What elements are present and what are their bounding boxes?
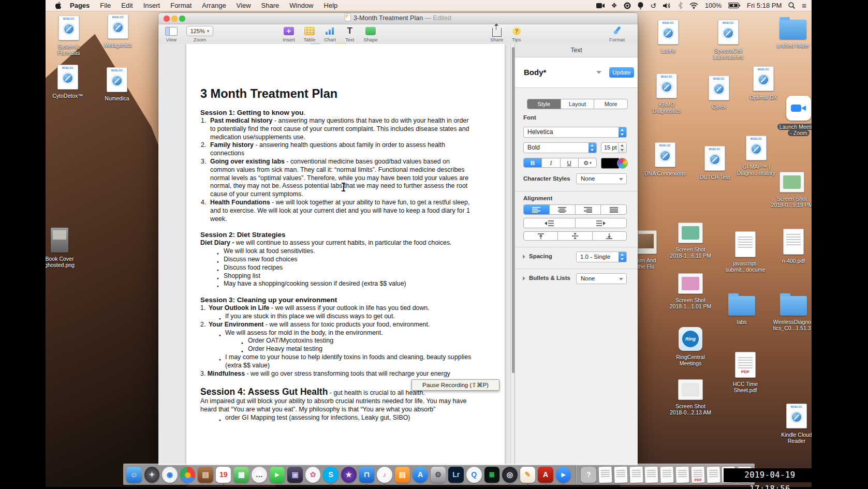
desktop-icon-numedica[interactable]: WEBLOCNumedica <box>92 67 142 102</box>
time-machine-icon[interactable]: ↺ <box>650 0 656 11</box>
desktop-icon-javascript-[interactable]: javascript-submit...docume <box>720 231 770 273</box>
desktop-icon-dna-connexions[interactable]: WEBLOCDNA Connexions <box>640 142 690 177</box>
desktop-icon-n-400-pdf[interactable]: n-400.pdf <box>769 229 812 264</box>
desktop-icon-spectracell[interactable]: WEBLOCSpectraCellLaboratories <box>703 20 753 60</box>
spacing-select[interactable]: 1.0 - Single <box>576 251 627 262</box>
bullets-disclosure-icon[interactable] <box>523 276 525 280</box>
insert-button[interactable]: + Insert <box>283 26 295 42</box>
balloon-icon[interactable] <box>638 0 643 11</box>
align-center-button[interactable] <box>550 205 576 214</box>
desktop-icon-cyrex[interactable]: WEBLOCCyrex <box>694 76 744 110</box>
dock-chrome[interactable]: ◉ <box>180 467 196 483</box>
menu-item-arrange[interactable]: Arrange <box>197 2 231 9</box>
dock-acrobat[interactable]: A <box>538 467 553 483</box>
align-middle-button[interactable] <box>558 232 592 240</box>
italic-button[interactable]: I <box>542 158 560 167</box>
desktop-icon-cytodetox-[interactable]: WEBLOCCytoDetox™ <box>46 65 93 99</box>
dock-imovie[interactable]: ★ <box>341 467 357 483</box>
creative-cloud-icon[interactable] <box>624 0 631 11</box>
table-button[interactable]: Table <box>304 26 316 42</box>
dock-itunes[interactable]: ♪ <box>377 467 392 483</box>
dock-keynote[interactable]: ⊓ <box>359 467 375 483</box>
menu-item-file[interactable]: File <box>95 2 116 9</box>
dock-document-stack-3[interactable] <box>629 466 643 483</box>
wifi-icon[interactable] <box>689 0 698 11</box>
dock-zoom-app[interactable]: ► <box>556 467 571 483</box>
shape-button[interactable]: Shape <box>363 26 377 42</box>
desktop-icon-dutch-test[interactable]: WEBLOCDUTCH Test <box>690 146 740 181</box>
share-button[interactable]: Share <box>490 26 503 42</box>
desktop-icon-labs[interactable]: labs <box>717 296 767 325</box>
scrollbar-thumb[interactable] <box>512 47 514 373</box>
desktop-icon-screen-shot[interactable]: Screen Shot2018-1...1.01 PM <box>666 273 715 309</box>
menu-item-insert[interactable]: Insert <box>138 2 166 9</box>
font-weight-stepper[interactable] <box>589 143 596 153</box>
font-family-select[interactable]: Helvetica <box>523 127 627 138</box>
dropbox-icon[interactable]: ❖ <box>611 0 617 11</box>
menu-item-view[interactable]: View <box>231 2 256 9</box>
tab-style[interactable]: Style <box>527 99 561 109</box>
zoom-camera-icon[interactable] <box>596 0 605 11</box>
view-button[interactable]: View <box>165 26 178 42</box>
desktop-icon-screen-shot[interactable]: Screen Shot2018-0...2.13 AM <box>666 379 715 416</box>
chart-button[interactable]: Chart <box>324 26 336 42</box>
document-page[interactable]: 3 Month Treatment PlanSession 1: Getting… <box>186 44 505 465</box>
dock-pages[interactable]: ✎ <box>520 467 536 483</box>
align-right-button[interactable] <box>576 205 601 214</box>
spacing-disclosure-icon[interactable] <box>523 255 525 259</box>
dock-finder[interactable]: ☺ <box>126 467 142 483</box>
menu-clock[interactable]: Fri 5:18 PM <box>747 2 782 9</box>
dock-app-store[interactable]: A <box>413 467 428 483</box>
dock-launchpad[interactable]: ✦ <box>144 467 160 483</box>
underline-button[interactable]: U <box>561 158 579 167</box>
align-top-button[interactable] <box>524 232 558 240</box>
dock-document-stack-7[interactable] <box>707 466 720 483</box>
bullets-dropdown[interactable]: None <box>576 273 627 284</box>
desktop-icon-kindle-cloud[interactable]: WEBLOCKindle CloudReader <box>772 404 812 444</box>
bold-button[interactable]: B <box>524 158 542 167</box>
desktop-icon-systemic[interactable]: WEBLOCSystemicFormulas <box>46 16 94 56</box>
spotlight-icon[interactable] <box>788 0 795 11</box>
menu-item-edit[interactable]: Edit <box>116 2 138 9</box>
dock-calendar[interactable]: 19 <box>216 467 231 483</box>
desktop-icon-launch-meeting[interactable]: Launch Meeting- Zoom <box>774 96 812 136</box>
dock-skype[interactable]: S <box>323 467 339 483</box>
desktop-icon-labrix[interactable]: WEBLOCLabrix <box>643 20 693 54</box>
decrease-indent-button[interactable] <box>524 218 576 228</box>
desktop-icon-book-cover[interactable]: Book Coverghosted.png <box>46 228 84 268</box>
text-button[interactable]: T Text <box>345 26 355 42</box>
dock-messages[interactable]: … <box>252 467 267 483</box>
font-family-stepper[interactable] <box>619 127 626 137</box>
align-left-button[interactable] <box>524 205 550 214</box>
notification-center-icon[interactable]: ≡ <box>802 0 806 11</box>
menu-item-window[interactable]: Window <box>284 2 318 9</box>
dock-lightroom[interactable]: Lr <box>448 467 464 483</box>
menu-item-format[interactable]: Format <box>165 2 197 9</box>
dock-document-stack-5[interactable] <box>660 466 674 483</box>
dock-missing-app[interactable]: ? <box>581 467 596 483</box>
paragraph-style-name[interactable]: Body* <box>524 68 546 77</box>
dock-photos[interactable]: ✿ <box>305 467 321 483</box>
title-bar[interactable]: 3-Month Treatment Plan — Edited <box>158 13 638 24</box>
tab-layout[interactable]: Layout <box>561 99 595 109</box>
dock-contacts[interactable]: ▤ <box>198 467 213 483</box>
update-style-button[interactable]: Update <box>609 67 634 78</box>
format-button[interactable]: Format <box>609 26 625 42</box>
color-wheel-button[interactable] <box>617 158 628 169</box>
dock-quicktime[interactable]: Q <box>466 467 482 483</box>
dock-system-preferences[interactable]: ⚙ <box>431 467 446 483</box>
tab-more[interactable]: More <box>594 99 627 109</box>
volume-icon[interactable] <box>663 0 671 11</box>
dock-audio-meter[interactable]: ≣ <box>484 467 500 483</box>
dock-ibooks[interactable]: ▤ <box>395 467 410 483</box>
advanced-options-button[interactable]: ⚙▾ <box>579 158 596 167</box>
document-canvas[interactable]: 3 Month Treatment PlanSession 1: Getting… <box>158 44 510 465</box>
dock-photo-booth[interactable]: ▣ <box>287 467 303 483</box>
font-weight-select[interactable]: Bold <box>523 142 597 153</box>
dock-obs[interactable]: ◎ <box>502 467 518 483</box>
desktop-icon-metagenics[interactable]: WEBLOCMetagenics <box>93 14 143 49</box>
align-justify-button[interactable] <box>601 205 626 214</box>
dock-numbers[interactable]: ▦ <box>233 467 249 483</box>
dock-safari[interactable]: ◉ <box>162 467 178 483</box>
font-size-field[interactable]: 15 pt <box>601 142 627 153</box>
